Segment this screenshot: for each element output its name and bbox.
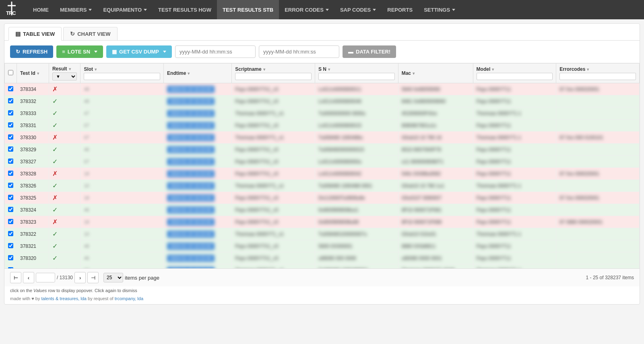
lote-button[interactable]: ≡ LOTE SN (56, 45, 103, 58)
table-row[interactable]: 378326✓102024-01-15 10:23:45Thomsas 0000… (5, 180, 640, 192)
nav-item-test-results-hgw[interactable]: TEST RESULTS HGW (153, 0, 217, 19)
table-row[interactable]: 378334✗482024-01-15 10:23:45Payu 0000YTX… (5, 83, 640, 95)
sort-icon[interactable]: ▾ (69, 67, 71, 71)
table-row[interactable]: 378331✓072024-01-15 10:23:45Payu 0000YTX… (5, 119, 640, 132)
col-label-errorcodes: Errorcodes ▾ (559, 66, 636, 72)
row-checkbox[interactable] (8, 146, 13, 152)
cell-errorcodes: 87 0880 000020001 (556, 216, 640, 228)
col-filter-model[interactable] (477, 73, 553, 80)
nav-item-sap-codes[interactable]: SAP CODES (334, 0, 382, 19)
row-checkbox[interactable] (8, 195, 13, 200)
table-row[interactable]: 378333✓472024-01-15 10:23:45Thomsas 0000… (5, 107, 640, 119)
cell-scriptname: Thomsas 0000YT1_v1 (232, 228, 315, 240)
sort-icon[interactable]: ▾ (95, 67, 97, 72)
sort-icon[interactable]: ▾ (328, 67, 330, 72)
last-page-button[interactable]: ⊣ (87, 272, 99, 283)
pagination-bar: ⊢ ‹ 1 / 13130 › ⊣ 102550100 items per pa… (4, 268, 640, 286)
credit-link1[interactable]: talents & treasures, lda (41, 296, 87, 301)
endtime-value: 2024-01-15 10:23:45 (167, 86, 215, 93)
cell-errorcodes (556, 204, 640, 216)
sort-icon[interactable]: ▾ (492, 67, 494, 72)
table-row[interactable]: 378327✓072024-01-15 10:23:45Payu 0000YTX… (5, 156, 640, 168)
cell-errorcodes (556, 252, 640, 264)
col-filter-slot[interactable] (84, 73, 160, 80)
pass-icon: ✓ (52, 255, 58, 262)
cell-test-id: 378334 (17, 83, 49, 95)
row-checkbox[interactable] (8, 207, 13, 212)
nav-item-home[interactable]: HOME (27, 0, 54, 19)
nav-item-settings[interactable]: SETTINGS (418, 0, 461, 19)
tab-table-view[interactable]: ▤TABLE VIEW (8, 27, 62, 41)
sort-icon[interactable]: ▾ (587, 67, 589, 72)
date-from-input[interactable] (175, 45, 256, 58)
sort-icon[interactable]: ▾ (263, 67, 265, 72)
cell-model: Payu 0000YT11 (473, 156, 556, 168)
cell-slot: 10 (80, 180, 164, 192)
credit-mid: by request of (88, 296, 115, 301)
table-row[interactable]: 378328✗182024-01-15 10:23:45Payu 0000YTX… (5, 168, 640, 180)
nav-item-members[interactable]: MEMBERS (54, 0, 97, 19)
credit-link2[interactable]: trcompany, lda (115, 296, 143, 301)
row-checkbox[interactable] (8, 159, 13, 164)
table-row[interactable]: 378323✗182024-01-15 10:23:45Payu 0000YTX… (5, 216, 640, 228)
row-checkbox[interactable] (8, 267, 13, 269)
cell-endtime: 2024-01-15 10:23:45 (164, 240, 232, 252)
table-row[interactable]: 378325✗182024-01-15 10:23:45Payu 0000YTX… (5, 192, 640, 204)
row-checkbox[interactable] (8, 122, 13, 128)
cell-model: Payu 0000YT11 (473, 192, 556, 204)
row-checkbox[interactable] (8, 86, 13, 91)
table-row[interactable]: 378319✓072024-01-15 10:23:45Thomsas 0000… (5, 264, 640, 269)
cell-mac: 8P10 900071P081 (398, 204, 473, 216)
first-page-button[interactable]: ⊢ (10, 272, 21, 283)
refresh-button[interactable]: ↻ REFRESH (10, 45, 53, 58)
caret-icon (373, 9, 376, 11)
endtime-value: 2024-01-15 10:23:45 (167, 134, 215, 141)
row-checkbox-cell (5, 156, 17, 168)
table-row[interactable]: 378332✓482024-01-15 10:23:45Payu 0000YTX… (5, 95, 640, 107)
row-checkbox[interactable] (8, 134, 13, 140)
prev-page-button[interactable]: ‹ (23, 272, 34, 283)
row-checkbox[interactable] (8, 183, 13, 188)
row-checkbox[interactable] (8, 219, 13, 224)
pass-icon: ✓ (52, 243, 58, 249)
page-number-input[interactable]: 1 (36, 273, 55, 282)
next-page-button[interactable]: › (74, 272, 86, 283)
nav-item-test-results-stb[interactable]: TEST RESULTS STB (217, 0, 279, 19)
sort-icon[interactable]: ▾ (37, 71, 39, 76)
row-checkbox[interactable] (8, 98, 13, 103)
row-checkbox[interactable] (8, 171, 13, 176)
nav-item-reports[interactable]: REPORTS (382, 0, 418, 19)
sort-icon[interactable]: ▾ (413, 71, 415, 76)
cell-endtime: 2024-01-15 10:23:45 (164, 95, 232, 107)
row-checkbox[interactable] (8, 231, 13, 236)
table-row[interactable]: 378329✓462024-01-15 10:23:45Payu 0000YTX… (5, 144, 640, 156)
cell-result: ✓ (49, 119, 80, 132)
row-checkbox[interactable] (8, 255, 13, 260)
nav-item-equipamento[interactable]: EQUIPAMENTO (97, 0, 153, 19)
items-per-page-select[interactable]: 102550100 (103, 273, 123, 282)
filter-button[interactable]: ▬ DATA FILTER! (343, 45, 396, 58)
table-row[interactable]: 378320✓462024-01-15 10:23:45Payu 0000YTX… (5, 252, 640, 264)
csv-button[interactable]: ▦ GET CSV DUMP (106, 45, 172, 58)
table-row[interactable]: 378321✓482024-01-15 10:23:45Payu 0000YTX… (5, 240, 640, 252)
brand: TRC (4, 1, 19, 19)
nav-item-error-codes[interactable]: ERROR CODES (279, 0, 334, 19)
tab-chart-view[interactable]: ↻CHART VIEW (63, 27, 117, 40)
row-checkbox[interactable] (8, 243, 13, 248)
select-all-checkbox[interactable] (8, 70, 13, 75)
data-table: Test Id ▾Result ▾▼Slot ▾Endtime ▾Scriptn… (4, 63, 640, 268)
cell-endtime: 2024-01-15 10:23:45 (164, 192, 232, 204)
cell-test-id: 378326 (17, 180, 49, 192)
row-checkbox[interactable] (8, 110, 13, 115)
col-filter-scriptname[interactable] (235, 73, 312, 80)
col-filter-errorcodes[interactable] (559, 73, 636, 80)
table-row[interactable]: 378330✗072024-01-15 10:23:45Thomsas 0000… (5, 132, 640, 144)
table-row[interactable]: 378324✓462024-01-15 10:23:45Payu 0000YTX… (5, 204, 640, 216)
sort-icon[interactable]: ▾ (188, 71, 190, 76)
pass-icon: ✓ (52, 206, 58, 213)
col-filter-result[interactable]: ▼ (52, 72, 77, 80)
table-row[interactable]: 378322✓102024-01-15 10:23:45Thomsas 0000… (5, 228, 640, 240)
date-to-input[interactable] (259, 45, 339, 58)
cell-endtime: 2024-01-15 10:23:45 (164, 204, 232, 216)
col-filter-sn[interactable] (318, 73, 395, 80)
